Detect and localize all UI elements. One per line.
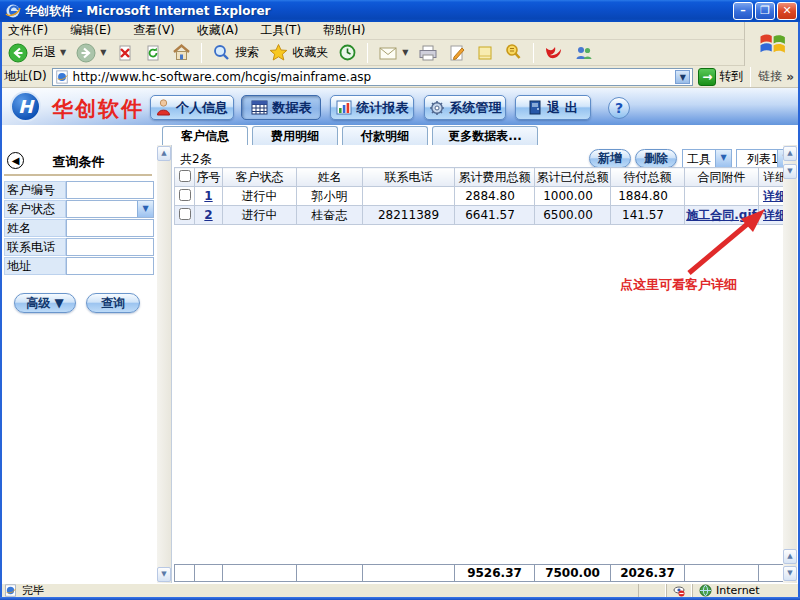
col-seq: 序号 xyxy=(195,168,223,187)
add-button[interactable]: 新增 xyxy=(589,149,631,168)
window-border xyxy=(0,22,2,597)
scroll-down-icon[interactable]: ▼ xyxy=(783,566,797,581)
go-button[interactable]: → 转到 xyxy=(698,68,743,86)
address-field-input[interactable] xyxy=(66,257,154,275)
mail-button[interactable]: ▼ xyxy=(376,43,410,63)
minimize-button[interactable]: – xyxy=(733,2,753,20)
menu-bar: 文件(F) 编辑(E) 查看(V) 收藏(A) 工具(T) 帮助(H) xyxy=(0,22,744,40)
page-ie-icon xyxy=(4,584,17,597)
notes-button[interactable] xyxy=(474,43,496,63)
back-dropdown-icon[interactable]: ▼ xyxy=(60,48,66,57)
app-banner: H 华创软件 个人信息 数据表 统计报表 xyxy=(0,88,800,125)
nav-exit[interactable]: 退 出 xyxy=(515,95,591,120)
nav-personal-info[interactable]: 个人信息 xyxy=(150,95,234,120)
edit-button[interactable] xyxy=(446,43,468,63)
status-text: 完毕 xyxy=(22,583,44,598)
scroll-down-icon[interactable]: ▼ xyxy=(157,567,171,582)
select-all-checkbox[interactable] xyxy=(179,170,191,182)
internet-globe-icon xyxy=(699,584,712,597)
query-button[interactable]: 查询 xyxy=(86,293,140,313)
back-button[interactable]: 后退 ▼ xyxy=(6,42,68,64)
links-button[interactable]: 链接 » xyxy=(758,68,796,85)
chevron-down-icon[interactable]: ▼ xyxy=(715,150,731,167)
refresh-button[interactable] xyxy=(142,43,164,63)
favorites-star-icon xyxy=(269,43,288,62)
address-input[interactable]: http://www.hc-software.com/hcgis/mainfra… xyxy=(52,68,694,86)
tools-dropdown[interactable]: 工具 ▼ xyxy=(682,149,732,168)
row-seq-link[interactable]: 2 xyxy=(204,208,212,222)
forward-button[interactable]: ▼ xyxy=(74,42,108,64)
forward-dropdown-icon[interactable]: ▼ xyxy=(100,48,106,57)
title-bar[interactable]: 华创软件 - Microsoft Internet Explorer – ❐ ✕ xyxy=(0,0,800,22)
record-count: 共2条 xyxy=(180,151,212,168)
chevron-down-icon[interactable]: ▼ xyxy=(137,201,153,217)
brand-text: 华创软件 xyxy=(52,95,144,123)
delete-button[interactable]: 删除 xyxy=(635,149,677,168)
scroll-down-icon[interactable]: ▼ xyxy=(783,164,797,179)
messenger-button[interactable] xyxy=(572,43,596,63)
menu-tools[interactable]: 工具(T) xyxy=(260,22,301,39)
collapse-panel-icon[interactable]: ◀ xyxy=(7,152,24,169)
table-row: 1 进行中 郭小明 2884.80 1000.00 1884.80 详细 xyxy=(175,187,792,206)
browser-toolbar: 后退 ▼ ▼ xyxy=(0,40,744,66)
browser-window: 华创软件 - Microsoft Internet Explorer – ❐ ✕… xyxy=(0,0,800,600)
menu-help[interactable]: 帮助(H) xyxy=(323,22,365,39)
menu-view[interactable]: 查看(V) xyxy=(133,22,175,39)
phone-input[interactable] xyxy=(66,238,154,256)
tab-customer-info[interactable]: 客户信息 xyxy=(162,126,248,145)
home-button[interactable] xyxy=(170,42,193,63)
money-search-button[interactable] xyxy=(502,42,525,63)
menu-file[interactable]: 文件(F) xyxy=(8,22,48,39)
table-icon xyxy=(251,100,268,115)
row-checkbox[interactable] xyxy=(179,208,191,220)
totals-row: 9526.37 7500.00 2026.37 xyxy=(174,564,792,582)
row-checkbox[interactable] xyxy=(179,189,191,201)
stop-button[interactable] xyxy=(114,43,136,63)
query-sidebar: 查询条件 ◀ 客户编号 客户状态 ▼ 姓名 联系电话 地址 高级 ▼ 查询 xyxy=(0,145,157,583)
nav-data-tables[interactable]: 数据表 xyxy=(241,95,321,120)
advanced-button[interactable]: 高级 ▼ xyxy=(14,293,76,313)
nav-admin[interactable]: 系统管理 xyxy=(424,95,506,120)
total-paid: 7500.00 xyxy=(535,565,611,582)
nav-report[interactable]: 统计报表 xyxy=(330,95,414,120)
tab-payment-detail[interactable]: 付款明细 xyxy=(342,126,428,145)
name-input[interactable] xyxy=(66,219,154,237)
help-button[interactable]: ? xyxy=(608,97,630,119)
scroll-up-icon[interactable]: ▲ xyxy=(783,549,797,564)
cell-phone: 28211389 xyxy=(363,206,455,225)
menu-edit[interactable]: 编辑(E) xyxy=(70,22,111,39)
mail-dropdown-icon[interactable]: ▼ xyxy=(402,48,408,57)
close-button[interactable]: ✕ xyxy=(777,2,797,20)
scroll-up-icon[interactable]: ▲ xyxy=(157,146,171,161)
sidebar-scrollbar[interactable]: ▲ ▼ xyxy=(157,145,171,583)
security-zone-pane: Internet xyxy=(692,584,800,597)
customer-no-input[interactable] xyxy=(66,181,154,199)
print-button[interactable] xyxy=(416,43,440,63)
customer-status-select[interactable]: ▼ xyxy=(66,200,154,218)
tab-more-tables[interactable]: 更多数据表... xyxy=(432,126,538,145)
address-dropdown-icon[interactable]: ▼ xyxy=(675,70,690,84)
chart-icon xyxy=(336,100,352,115)
restore-button[interactable]: ❐ xyxy=(755,2,775,20)
edit-icon xyxy=(448,44,466,62)
annotation-text: 点这里可看客户详细 xyxy=(620,276,737,294)
go-label: 转到 xyxy=(719,68,743,85)
cell-paid-total: 6500.00 xyxy=(535,206,611,225)
search-icon xyxy=(212,43,231,62)
nav-report-label: 统计报表 xyxy=(357,99,409,117)
toolbar-separator xyxy=(367,43,368,63)
cell-fee-total: 6641.57 xyxy=(455,206,535,225)
table-scrollbar[interactable]: ▲ ▼ ▲ ▼ xyxy=(783,145,797,583)
favorites-button[interactable]: 收藏夹 xyxy=(267,42,330,63)
cell-status: 进行中 xyxy=(223,187,297,206)
thunder-button[interactable] xyxy=(542,43,566,63)
history-button[interactable] xyxy=(336,42,359,63)
search-button[interactable]: 搜索 xyxy=(210,42,261,63)
tab-fee-detail[interactable]: 费用明细 xyxy=(252,126,338,145)
menu-favorites[interactable]: 收藏(A) xyxy=(197,22,239,39)
col-paid-total: 累计已付总额 xyxy=(535,168,611,187)
scroll-up-icon[interactable]: ▲ xyxy=(783,146,797,161)
cell-phone xyxy=(363,187,455,206)
row-seq-link[interactable]: 1 xyxy=(204,189,212,203)
links-label: 链接 xyxy=(758,68,782,85)
